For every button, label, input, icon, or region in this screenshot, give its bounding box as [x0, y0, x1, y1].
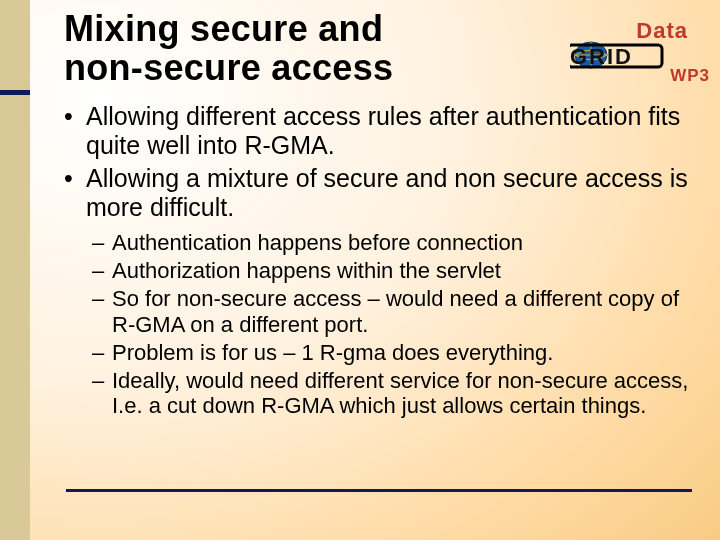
header: Mixing secure and non-secure access Data… [64, 8, 700, 102]
sub-bullet-item: Problem is for us – 1 R-gma does everyth… [92, 340, 700, 366]
svg-text:GRID: GRID [570, 44, 633, 69]
sub-bullet-text: So for non-secure access – would need a … [112, 286, 679, 337]
slide-content: Mixing secure and non-secure access Data… [30, 0, 720, 540]
sub-bullet-text: Problem is for us – 1 R-gma does everyth… [112, 340, 553, 365]
bullet-text: Allowing different access rules after au… [86, 102, 680, 159]
sub-bullet-item: Authorization happens within the servlet [92, 258, 700, 284]
sub-bullet-text: Authorization happens within the servlet [112, 258, 501, 283]
bullet-item: Allowing a mixture of secure and non sec… [64, 164, 700, 222]
main-bullet-list: Allowing different access rules after au… [64, 102, 700, 222]
datagrid-logo: Data GRID WP3 [570, 18, 700, 98]
logo-wp3-text: WP3 [670, 66, 710, 86]
bottom-divider [66, 489, 692, 492]
slide-title: Mixing secure and non-secure access [64, 10, 393, 88]
title-line-2: non-secure access [64, 47, 393, 88]
body-content: Allowing different access rules after au… [64, 102, 700, 420]
bullet-item: Allowing different access rules after au… [64, 102, 700, 160]
left-margin-strip [0, 0, 30, 540]
sub-bullet-item: So for non-secure access – would need a … [92, 286, 700, 338]
sub-bullet-list: Authentication happens before connection… [92, 230, 700, 420]
sub-bullet-text: Ideally, would need different service fo… [112, 368, 688, 419]
sub-bullet-text: Authentication happens before connection [112, 230, 523, 255]
title-line-1: Mixing secure and [64, 8, 383, 49]
bullet-text: Allowing a mixture of secure and non sec… [86, 164, 688, 221]
sub-bullet-item: Ideally, would need different service fo… [92, 368, 700, 420]
sub-bullet-item: Authentication happens before connection [92, 230, 700, 256]
